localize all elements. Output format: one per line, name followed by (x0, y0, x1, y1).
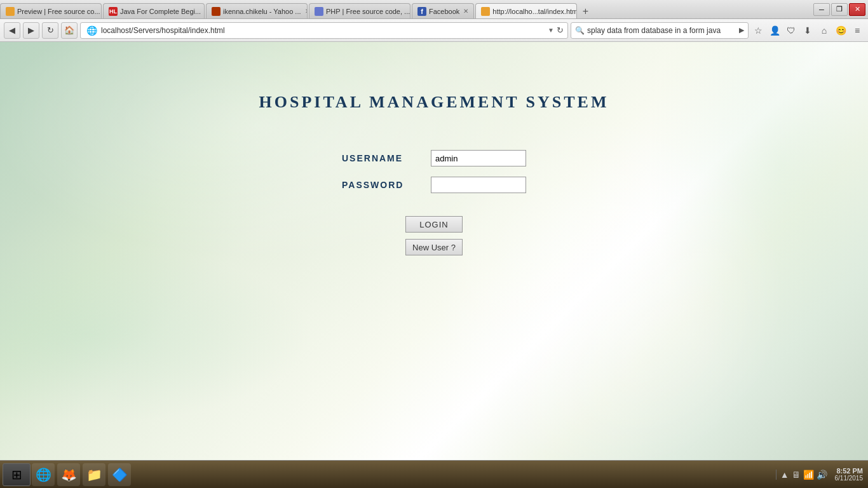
search-input[interactable] (587, 26, 736, 35)
password-input[interactable] (431, 177, 526, 193)
form-buttons: LOGIN New User ? (405, 216, 463, 255)
bookmark-icon[interactable]: ☆ (751, 24, 765, 37)
tab-label-6: http://localho...tal/index.html (492, 8, 577, 15)
tabs-area: Preview | Free source co... ✕ HL Java Fo… (0, 0, 813, 18)
minimize-button[interactable]: ─ (813, 3, 830, 16)
tab-label-5: Facebook (429, 8, 459, 15)
taskbar: ⊞ 🌐 🦊 📁 🔷 ▲ 🖥 📶 🔊 8:52 PM 6/11/2015 (0, 460, 868, 488)
tray-network-icon[interactable]: 🖥 (792, 470, 801, 480)
address-input[interactable] (101, 26, 545, 35)
clock: 8:52 PM 6/11/2015 (835, 467, 866, 482)
taskbar-app4[interactable]: 🔷 (108, 463, 131, 486)
taskbar-explorer[interactable]: 📁 (83, 463, 105, 486)
tab-php[interactable]: PHP | Free source code, ... ✕ (309, 3, 410, 18)
new-tab-button[interactable]: + (578, 4, 592, 18)
clock-date: 6/11/2015 (835, 475, 864, 482)
user-icon[interactable]: 👤 (768, 24, 782, 37)
tab-favicon-2: HL (109, 7, 118, 16)
tab-facebook[interactable]: f Facebook ✕ (412, 3, 474, 18)
restore-button[interactable]: ❐ (831, 3, 848, 16)
password-label: PASSWORD (342, 180, 431, 190)
nav-icons: ☆ 👤 🛡 ⬇ ⌂ 😊 ≡ (751, 24, 864, 37)
home-button[interactable]: 🏠 (61, 22, 78, 39)
shield-icon[interactable]: 🛡 (784, 24, 798, 37)
tab-yahoo[interactable]: ikenna.chikelu - Yahoo ... ✕ (206, 3, 308, 18)
tab-favicon-5: f (417, 7, 426, 16)
clock-time: 8:52 PM (835, 467, 864, 475)
browser-window: Preview | Free source co... ✕ HL Java Fo… (0, 0, 868, 488)
taskbar-apps: 🌐 🦊 📁 🔷 (32, 463, 775, 486)
title-bar: Preview | Free source co... ✕ HL Java Fo… (0, 0, 868, 19)
tab-java[interactable]: HL Java For Complete Begi... ✕ (103, 3, 205, 18)
search-go-icon[interactable]: ▶ (739, 26, 744, 34)
page-inner: HOSPITAL MANAGEMENT SYSTEM USERNAME PASS… (0, 42, 868, 255)
nav-bar: ◀ ▶ ↻ 🏠 🌐 ▼ ↻ 🔍 ▶ ☆ 👤 🛡 ⬇ ⌂ 😊 ≡ (0, 19, 868, 42)
password-row: PASSWORD (342, 177, 526, 193)
tab-close-3[interactable]: ✕ (305, 8, 308, 15)
page-content: HOSPITAL MANAGEMENT SYSTEM USERNAME PASS… (0, 42, 868, 460)
forward-button[interactable]: ▶ (23, 22, 39, 39)
tab-favicon-4 (315, 7, 323, 16)
back-button[interactable]: ◀ (4, 22, 20, 39)
tab-favicon-6 (481, 7, 490, 16)
address-dropdown-icon[interactable]: ▼ (548, 27, 554, 34)
tab-label-3: ikenna.chikelu - Yahoo ... (223, 8, 301, 15)
tray-volume-icon[interactable]: 🔊 (817, 470, 827, 480)
username-row: USERNAME (342, 150, 526, 166)
username-input[interactable] (431, 150, 526, 166)
close-button[interactable]: ✕ (849, 3, 865, 16)
start-button[interactable]: ⊞ (3, 463, 31, 486)
address-refresh-icon[interactable]: ↻ (557, 25, 564, 35)
home-nav-icon[interactable]: ⌂ (817, 24, 831, 37)
address-bar-container[interactable]: 🌐 ▼ ↻ (80, 22, 568, 39)
tray-signal-icon[interactable]: 📶 (803, 470, 814, 480)
new-user-button[interactable]: New User ? (405, 239, 463, 255)
tab-favicon-1 (6, 7, 15, 16)
tab-close-5[interactable]: ✕ (463, 8, 468, 15)
tray-arrow-icon[interactable]: ▲ (780, 470, 789, 480)
taskbar-ie[interactable]: 🌐 (32, 463, 55, 486)
tab-current[interactable]: http://localho...tal/index.html ✕ (475, 3, 577, 18)
login-button[interactable]: LOGIN (405, 216, 463, 233)
username-label: USERNAME (342, 153, 431, 163)
refresh-button[interactable]: ↻ (42, 22, 58, 39)
tab-label-1: Preview | Free source co... (17, 8, 100, 15)
download-icon[interactable]: ⬇ (801, 24, 815, 37)
menu-icon[interactable]: ≡ (850, 24, 864, 37)
page-icon: 🌐 (85, 24, 98, 37)
system-tray: ▲ 🖥 📶 🔊 (776, 470, 831, 480)
page-title: HOSPITAL MANAGEMENT SYSTEM (259, 93, 609, 112)
login-form: USERNAME PASSWORD LOGIN New User ? (342, 150, 526, 255)
search-icon: 🔍 (575, 26, 585, 35)
tab-label-2: Java For Complete Begi... (120, 8, 201, 15)
search-bar-container[interactable]: 🔍 ▶ (571, 22, 749, 39)
tab-favicon-3 (212, 7, 220, 16)
window-controls: ─ ❐ ✕ (813, 0, 868, 18)
taskbar-firefox[interactable]: 🦊 (57, 463, 80, 486)
tab-label-4: PHP | Free source code, ... (326, 8, 410, 15)
taskbar-right: ▲ 🖥 📶 🔊 8:52 PM 6/11/2015 (776, 467, 865, 482)
profile-icon[interactable]: 😊 (834, 24, 848, 37)
tab-preview[interactable]: Preview | Free source co... ✕ (0, 3, 102, 18)
